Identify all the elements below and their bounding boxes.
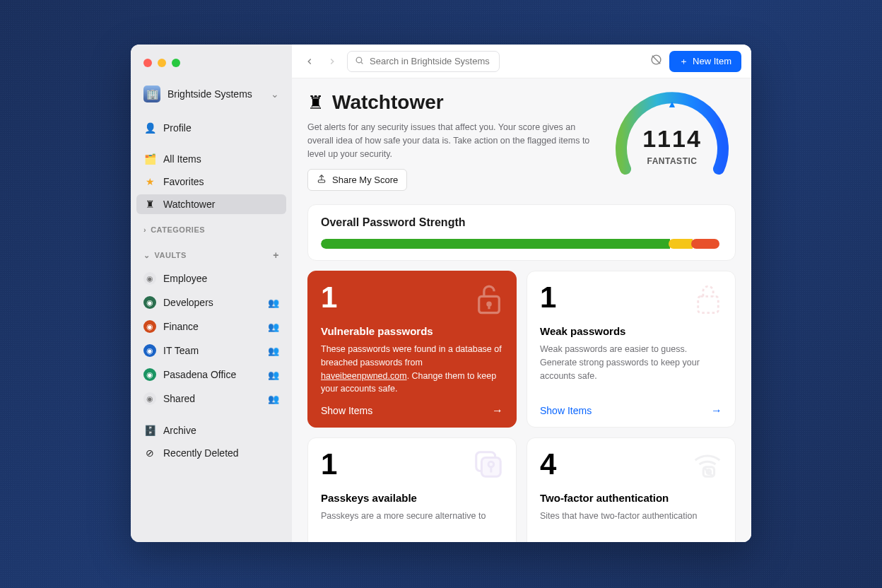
svg-point-0: [356, 57, 362, 63]
unlock-alert-icon: [474, 281, 505, 319]
card-body: Sites that have two-factor authenticatio…: [540, 510, 722, 523]
shared-icon: 👥: [268, 394, 279, 404]
trash-icon: ⊘: [143, 447, 156, 459]
card-two-factor-auth[interactable]: 4 Two-factor authentication Sites that h…: [527, 437, 736, 542]
show-items-button[interactable]: Show Items →: [540, 396, 722, 417]
page-title: Watchtower: [332, 91, 444, 114]
share-score-button[interactable]: Share My Score: [307, 169, 407, 191]
arrow-right-icon: →: [711, 404, 722, 417]
sidebar-item-vault-it-team[interactable]: ◉ IT Team 👥: [136, 340, 286, 361]
card-title: Vulnerable passwords: [321, 325, 503, 337]
search-icon: [355, 56, 364, 67]
watchtower-icon: ♜: [307, 92, 324, 114]
svg-line-3: [652, 56, 660, 64]
hibp-link[interactable]: haveibeenpwned.com: [321, 371, 407, 381]
sidebar-item-vault-employee[interactable]: ◉ Employee: [136, 268, 286, 289]
card-weak-passwords[interactable]: 1 Weak passwords Weak passwords are easi…: [527, 271, 736, 428]
sidebar-item-label: IT Team: [163, 345, 199, 356]
card-title: Passkeys available: [321, 492, 503, 504]
vaults-header[interactable]: ⌄ VAULTS +: [136, 245, 286, 265]
wifi-lock-icon: [691, 448, 724, 483]
sidebar-item-favorites[interactable]: ★ Favorites: [136, 172, 286, 192]
account-name: Brightside Systems: [167, 88, 252, 100]
page-description: Get alerts for any security issues that …: [307, 121, 590, 160]
profile-icon: 👤: [143, 122, 156, 134]
sidebar-item-vault-pasadena[interactable]: ◉ Pasadena Office 👥: [136, 364, 286, 385]
add-vault-button[interactable]: +: [273, 249, 279, 261]
search-input[interactable]: [370, 56, 492, 66]
sidebar-item-vault-finance[interactable]: ◉ Finance 👥: [136, 316, 286, 337]
sidebar-item-vault-shared[interactable]: ◉ Shared 👥: [136, 388, 286, 409]
vault-icon: ◉: [143, 320, 156, 333]
vault-icon: ◉: [143, 296, 156, 309]
card-vulnerable-passwords[interactable]: 1 Vulnerable passwords These passwords w…: [307, 271, 517, 428]
minimize-window-button[interactable]: [158, 59, 166, 67]
archive-icon: 🗄️: [143, 425, 156, 436]
svg-point-6: [488, 302, 490, 305]
window-controls: [131, 59, 292, 81]
card-title: Weak passwords: [540, 325, 722, 337]
sidebar-item-recently-deleted[interactable]: ⊘ Recently Deleted: [136, 443, 286, 463]
score-label: FANTASTIC: [647, 156, 698, 166]
watchtower-icon: ♜: [143, 199, 156, 210]
nav-forward-button[interactable]: [324, 54, 340, 69]
search-field[interactable]: [347, 51, 500, 72]
passkey-icon: [472, 448, 505, 483]
card-body: Weak passwords are easier to guess. Gene…: [540, 343, 722, 382]
chevron-down-icon: ⌄: [143, 251, 151, 260]
sidebar-item-label: Archive: [163, 425, 196, 436]
weak-lock-icon: [693, 281, 724, 319]
card-passkeys-available[interactable]: 1 Passkeys available Passkeys are a more…: [307, 437, 517, 542]
shared-icon: 👥: [268, 370, 279, 380]
shared-icon: 👥: [268, 298, 279, 308]
card-body: These passwords were found in a database…: [321, 343, 503, 396]
gauge-arrow-icon: ▲: [667, 98, 677, 110]
password-strength-panel: Overall Password Strength: [307, 204, 736, 261]
close-window-button[interactable]: [143, 59, 152, 67]
topbar: ＋ New Item: [292, 45, 751, 78]
score-value: 1114: [642, 125, 702, 153]
chevron-right-icon: ›: [143, 225, 146, 234]
arrow-right-icon: →: [492, 404, 503, 417]
vault-icon: ◉: [143, 344, 156, 357]
app-window: 🏢 Brightside Systems ⌄ 👤 Profile 🗂️ All …: [131, 45, 751, 542]
sidebar-item-label: All Items: [163, 153, 201, 165]
svg-rect-8: [698, 296, 719, 312]
account-icon: 🏢: [143, 86, 160, 102]
score-gauge: ▲ 1114 FANTASTIC: [608, 91, 736, 197]
nav-back-button[interactable]: [302, 54, 317, 69]
categories-header[interactable]: › CATEGORIES: [136, 221, 286, 238]
sidebar-item-archive[interactable]: 🗄️ Archive: [136, 421, 286, 440]
svg-rect-4: [318, 180, 324, 183]
sidebar-item-label: Developers: [163, 297, 213, 308]
all-items-icon: 🗂️: [143, 153, 156, 165]
sidebar-item-vault-developers[interactable]: ◉ Developers 👥: [136, 292, 286, 313]
sidebar-item-label: Watchtower: [163, 199, 215, 210]
chevron-down-icon: ⌄: [271, 88, 279, 100]
svg-line-1: [361, 61, 363, 63]
sidebar-item-label: Employee: [163, 273, 207, 284]
account-switcher[interactable]: 🏢 Brightside Systems ⌄: [136, 81, 286, 107]
sidebar-item-profile[interactable]: 👤 Profile: [136, 118, 286, 138]
show-items-button[interactable]: Show Items →: [321, 396, 503, 417]
card-body: Passkeys are a more secure alternative t…: [321, 510, 503, 523]
sidebar-item-label: Favorites: [163, 176, 204, 187]
sidebar-item-watchtower[interactable]: ♜ Watchtower: [136, 194, 286, 214]
sidebar-item-label: Finance: [163, 321, 199, 332]
vault-icon: ◉: [143, 392, 156, 405]
share-icon: [317, 174, 327, 186]
new-item-button[interactable]: ＋ New Item: [669, 51, 741, 72]
vault-icon: ◉: [143, 368, 156, 381]
maximize-window-button[interactable]: [172, 59, 180, 67]
strength-bar: [321, 239, 722, 249]
sidebar-item-label: Shared: [163, 393, 195, 404]
sidebar-item-label: Profile: [163, 122, 192, 134]
sidebar-item-all-items[interactable]: 🗂️ All Items: [136, 149, 286, 169]
sidebar-item-label: Pasadena Office: [163, 369, 236, 380]
main-content: ＋ New Item ♜ Watchtower Get alerts for a…: [292, 45, 751, 542]
star-icon: ★: [143, 176, 156, 187]
panel-title: Overall Password Strength: [321, 216, 722, 229]
card-title: Two-factor authentication: [540, 492, 722, 504]
content-area: ♜ Watchtower Get alerts for any security…: [292, 78, 751, 542]
privacy-icon[interactable]: [650, 54, 662, 69]
